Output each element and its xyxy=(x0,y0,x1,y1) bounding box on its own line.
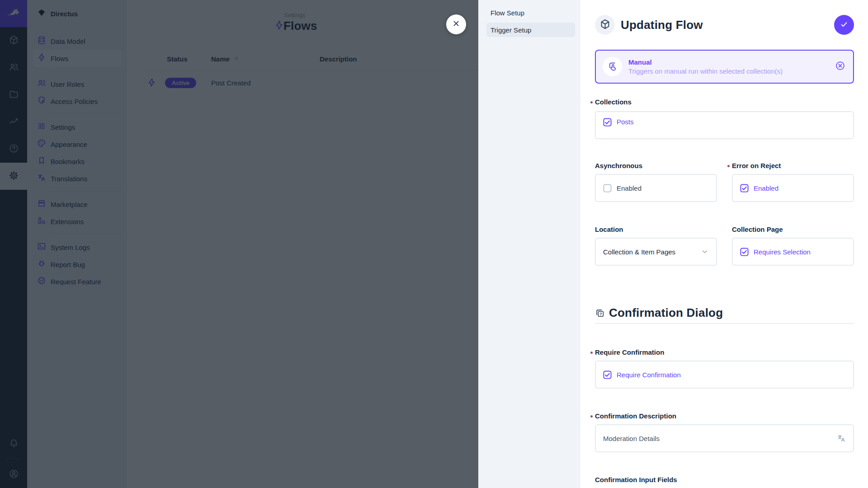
drawer-title-chip xyxy=(595,15,615,35)
trigger-setup-drawer: Flow SetupTrigger Setup Updating Flow xyxy=(478,0,868,488)
confirmation-description-value: Moderation Details xyxy=(603,435,660,442)
error-on-reject-field: Enabled xyxy=(732,174,854,202)
requires-selection-checkbox[interactable] xyxy=(740,248,749,256)
asynchronous-label: Asynchronous xyxy=(595,161,717,171)
directus-app: Directus Data ModelFlowsUser RolesAccess… xyxy=(0,0,868,488)
manual-trigger-subtitle: Triggers on manual run within selected c… xyxy=(628,67,783,75)
confirmation-dialog-title: Confirmation Dialog xyxy=(609,306,723,320)
drawer-tab-trigger-setup[interactable]: Trigger Setup xyxy=(486,23,575,37)
confirmation-input-fields-label: Confirmation Input Fields xyxy=(595,475,854,485)
confirmation-description-label: Confirmation Description xyxy=(595,411,854,421)
confirmation-dialog-section: ? Confirmation Dialog xyxy=(595,306,854,320)
require-confirmation-checkbox[interactable] xyxy=(603,371,612,379)
asynchronous-checkbox-label[interactable]: Enabled xyxy=(617,184,642,192)
require-confirmation-field: Require Confirmation xyxy=(595,361,854,389)
collection-page-label: Collection Page xyxy=(732,225,854,235)
location-label: Location xyxy=(595,225,717,235)
translate-icon[interactable] xyxy=(837,434,846,443)
chevron-down-icon xyxy=(701,248,709,256)
manual-trigger-card[interactable]: Manual Triggers on manual run within sel… xyxy=(595,50,854,84)
drawer-overlay-scrim[interactable] xyxy=(0,0,478,488)
asynchronous-checkbox[interactable] xyxy=(603,184,612,192)
error-on-reject-checkbox-label[interactable]: Enabled xyxy=(754,184,778,192)
error-on-reject-checkbox[interactable] xyxy=(740,184,749,192)
collections-label: Collections xyxy=(595,97,854,107)
cube-icon xyxy=(599,19,611,32)
confirmation-description-input[interactable]: Moderation Details xyxy=(595,424,854,452)
manual-tap-icon xyxy=(607,61,618,73)
drawer-title: Updating Flow xyxy=(621,18,834,32)
location-select-value: Collection & Item Pages xyxy=(603,248,675,256)
error-on-reject-label: Error on Reject xyxy=(732,161,854,171)
require-confirmation-label: Require Confirmation xyxy=(595,347,854,357)
drawer-tab-flow-setup[interactable]: Flow Setup xyxy=(486,5,575,20)
require-confirmation-checkbox-label[interactable]: Require Confirmation xyxy=(617,371,681,379)
drawer-nav: Flow SetupTrigger Setup xyxy=(478,0,580,488)
save-button[interactable] xyxy=(834,15,854,35)
svg-text:?: ? xyxy=(599,311,602,316)
drawer-header: Updating Flow xyxy=(580,0,868,50)
drawer-main: Updating Flow Manual Triggers on manual … xyxy=(580,0,868,488)
drawer-content: Manual Triggers on manual run within sel… xyxy=(580,50,868,488)
manual-trigger-title: Manual xyxy=(628,58,783,66)
drawer-close-button[interactable] xyxy=(446,14,466,34)
collections-field: Posts xyxy=(595,111,854,139)
manual-trigger-icon-circle xyxy=(603,57,622,76)
location-select[interactable]: Collection & Item Pages xyxy=(595,238,717,266)
posts-checkbox-label[interactable]: Posts xyxy=(617,118,634,126)
manual-trigger-text: Manual Triggers on manual run within sel… xyxy=(628,58,783,75)
deselect-trigger-button[interactable] xyxy=(835,61,845,73)
asynchronous-field: Enabled xyxy=(595,174,717,202)
section-divider xyxy=(595,323,854,324)
collection-page-field: Requires Selection xyxy=(732,238,854,266)
close-icon xyxy=(452,19,461,30)
check-icon xyxy=(840,20,849,30)
cancel-circle-icon xyxy=(835,61,845,73)
posts-checkbox[interactable] xyxy=(603,118,612,127)
confirmation-dialog-icon: ? xyxy=(595,308,605,318)
requires-selection-checkbox-label[interactable]: Requires Selection xyxy=(754,248,811,256)
